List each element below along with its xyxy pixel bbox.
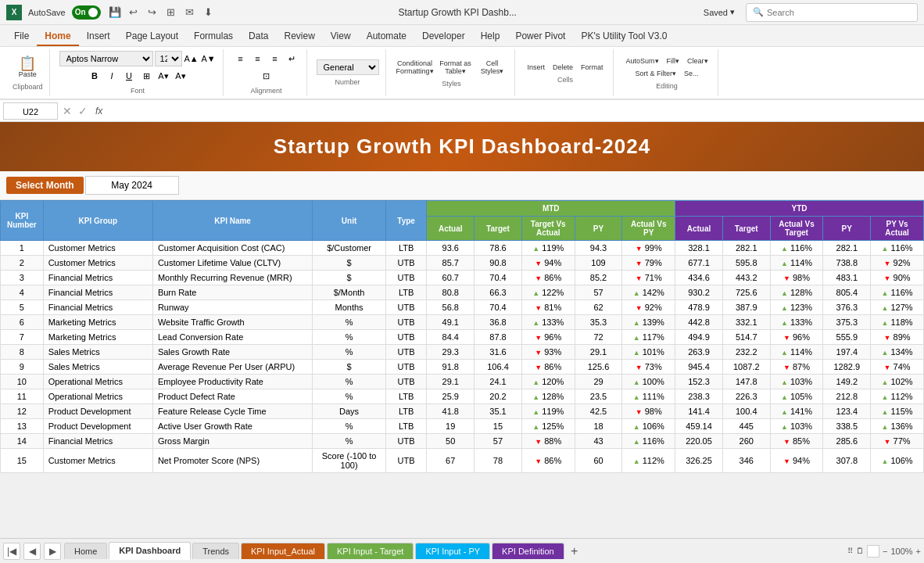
cell-ytd-pya: ▲ 112% [871,389,924,404]
align-left-btn[interactable]: ≡ [233,51,249,66]
sheet-tab-home[interactable]: Home [64,543,107,559]
font-color-button[interactable]: A▾ [173,68,188,84]
th-type: Type [385,201,427,241]
fill-btn[interactable]: Fill▾ [664,56,683,66]
th-ytd-actual: Actual [675,217,723,241]
clipboard-section: 📋 Paste Clipboard [6,49,50,96]
fill-color-button[interactable]: A▾ [156,68,171,84]
delete-btn[interactable]: Delete [550,62,576,73]
sheet-tab-kpi-definition[interactable]: KPI Definition [492,543,564,559]
border-button[interactable]: ⊞ [138,68,154,84]
nav-prev[interactable]: ◀ [23,543,41,560]
tab-formulas[interactable]: Formulas [186,27,241,46]
cell-ytd-target: 346 [722,449,770,473]
align-center-btn[interactable]: ≡ [250,51,266,66]
increase-font-btn[interactable]: A▲ [184,51,199,66]
insert-btn[interactable]: Insert [525,62,549,73]
cell-mtd-apy: ▲ 100% [622,375,675,389]
saved-button[interactable]: Saved ▾ [699,5,740,19]
cell-name: Sales Growth Rate [152,345,312,360]
font-family-select[interactable]: Aptos Narrow [59,51,153,66]
tab-help[interactable]: Help [473,27,508,46]
zoom-out-icon[interactable]: + [916,547,921,556]
editing-label: Editing [656,82,678,90]
tab-file[interactable]: File [6,27,37,46]
cell-mtd-target: 78.6 [475,241,522,256]
cell-type: UTB [385,256,427,271]
cell-ytd-actual: 478.9 [675,300,723,315]
sort-filter-btn[interactable]: Sort & Filter▾ [632,68,680,79]
italic-button[interactable]: I [104,68,120,84]
format-btn[interactable]: Format [578,62,607,73]
sheet-tab-kpi-input-py[interactable]: KPI Input - PY [415,543,490,559]
table-icon[interactable]: ⊞ [163,5,179,20]
format-as-table-btn[interactable]: Format asTable▾ [436,58,475,77]
sheet-tab-kpi-input-target[interactable]: KPI Input - Target [327,543,414,559]
form-icon[interactable]: ✉ [182,5,198,20]
sheet-tab-kpi-dashboard[interactable]: KPI Dashboard [109,542,191,560]
undo-icon[interactable]: ↩ [126,5,141,20]
cell-mtd-apy: ▲ 139% [622,315,675,330]
align-right-btn[interactable]: ≡ [267,51,283,66]
more-icon[interactable]: ⬇ [201,5,217,20]
th-kpi-number: KPINumber [1,201,44,241]
saved-chevron: ▾ [730,7,735,17]
save-icon[interactable]: 💾 [107,5,123,20]
autosave-toggle[interactable]: On [72,5,101,20]
decrease-font-btn[interactable]: A▼ [201,51,217,66]
formula-input[interactable] [109,102,921,120]
merge-btn[interactable]: ⊡ [259,68,274,84]
tab-automate[interactable]: Automate [359,27,414,46]
cell-mtd-target: 106.4 [475,360,522,375]
redo-icon[interactable]: ↪ [145,5,160,20]
autosum-btn[interactable]: AutoSum▾ [623,56,662,66]
paste-button[interactable]: 📋 Paste [16,55,40,80]
tab-developer[interactable]: Developer [414,27,473,46]
table-row: 15 Customer Metrics Net Promoter Score (… [1,449,924,473]
clear-btn[interactable]: Clear▾ [684,56,711,66]
cell-ytd-actual: 442.8 [675,315,723,330]
kpi-table-wrapper[interactable]: KPINumber KPI Group KPI Name Unit Type M… [0,200,924,538]
alignment-label: Alignment [251,87,282,95]
search-input[interactable] [767,8,911,17]
cell-reference[interactable]: U22 [3,102,58,120]
tab-power-pivot[interactable]: Power Pivot [507,27,573,46]
zoom-level: 100% [890,547,912,556]
cell-ytd-target: 332.1 [722,315,770,330]
number-format-select[interactable]: General [317,59,379,75]
wrap-text-btn[interactable]: ↵ [285,51,300,66]
th-ytd-py: PY [823,217,871,241]
cell-ytd-py: 555.9 [823,330,871,345]
kpi-table-body: 1 Customer Metrics Customer Acquisition … [1,241,924,473]
sheet-tab-trends[interactable]: Trends [192,543,239,559]
cell-ytd-py: 376.3 [823,300,871,315]
select-month-button[interactable]: Select Month [6,177,84,194]
cell-name: Gross Margin [152,434,312,449]
zoom-in-icon[interactable]: − [883,547,887,556]
font-size-select[interactable]: 12 [155,51,182,66]
tab-pk-utility[interactable]: PK's Utility Tool V3.0 [573,27,675,46]
nav-next[interactable]: ▶ [44,543,61,560]
cell-styles-btn[interactable]: CellStyles▾ [477,58,508,77]
bold-button[interactable]: B [87,68,102,84]
conditional-formatting-btn[interactable]: ConditionalFormatting▾ [396,58,435,77]
tab-review[interactable]: Review [276,27,322,46]
sheet-tab-kpi-input-actual[interactable]: KPI Input_Actual [241,543,325,559]
cell-mtd-apy: ▼ 98% [622,404,675,419]
search-box[interactable]: 🔍 [746,3,918,22]
table-row: 8 Sales Metrics Sales Growth Rate % UTB … [1,345,924,360]
cells-label: Cells [557,76,573,84]
cell-mtd-py: 94.3 [575,241,622,256]
find-select-btn[interactable]: Se... [681,68,702,79]
tab-insert[interactable]: Insert [79,27,118,46]
tab-page-layout[interactable]: Page Layout [118,27,186,46]
cell-group: Customer Metrics [43,449,152,473]
tab-data[interactable]: Data [241,27,276,46]
add-sheet-button[interactable]: + [566,543,583,560]
underline-button[interactable]: U [121,68,137,84]
cell-type: LTB [385,285,427,300]
tab-view[interactable]: View [323,27,359,46]
cell-group: Financial Metrics [43,285,152,300]
nav-first[interactable]: |◀ [3,543,20,560]
tab-home[interactable]: Home [37,27,78,46]
